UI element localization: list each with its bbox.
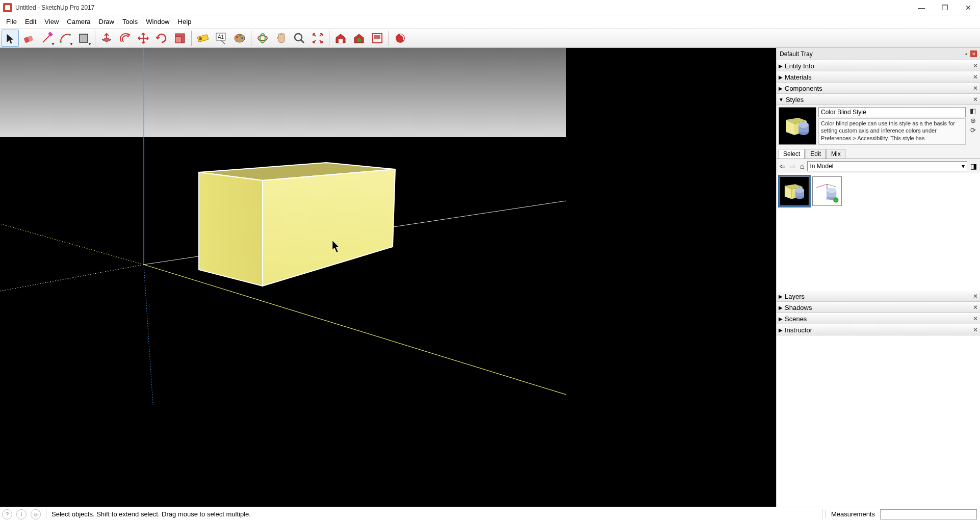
help-icon[interactable]: ? — [2, 509, 12, 519]
panel-close-icon[interactable]: ✕ — [973, 85, 978, 92]
pan-tool[interactable] — [272, 30, 290, 47]
style-tab-select[interactable]: Select — [779, 149, 805, 159]
arrow-right-icon: ▶ — [779, 63, 783, 69]
panel-shadows[interactable]: ▶Shadows✕ — [777, 302, 980, 313]
menu-view[interactable]: View — [40, 17, 63, 27]
tray-pin-icon[interactable]: ▪ — [963, 50, 969, 57]
svg-rect-9 — [175, 37, 182, 43]
style-tab-mix[interactable]: Mix — [827, 149, 845, 159]
menu-file[interactable]: File — [2, 17, 21, 27]
tray-close-icon[interactable]: ✕ — [970, 50, 977, 57]
close-button[interactable]: ✕ — [957, 0, 980, 15]
measurements-input[interactable] — [880, 509, 977, 519]
menu-help[interactable]: Help — [174, 17, 196, 27]
panel-scenes[interactable]: ▶Scenes✕ — [777, 313, 980, 324]
panel-close-icon[interactable]: ✕ — [973, 96, 978, 103]
svg-rect-28 — [374, 35, 380, 39]
svg-rect-30 — [0, 48, 566, 137]
rotate-tool[interactable] — [153, 30, 170, 47]
style-grid-item[interactable]: + — [812, 176, 842, 206]
arrow-down-icon: ▼ — [779, 97, 784, 102]
zoomextents-tool[interactable] — [309, 30, 326, 47]
statusbar: ? i ☺ Select objects. Shift to extend se… — [0, 507, 980, 521]
svg-point-26 — [357, 38, 361, 42]
panel-close-icon[interactable]: ✕ — [973, 326, 978, 333]
panel-close-icon[interactable]: ✕ — [973, 315, 978, 322]
eraser-tool[interactable] — [20, 30, 37, 47]
panel-instructor[interactable]: ▶Instructor✕ — [777, 324, 980, 335]
arrow-right-icon: ▶ — [779, 294, 783, 299]
panel-close-icon[interactable]: ✕ — [973, 304, 978, 311]
style-tab-edit[interactable]: Edit — [806, 149, 826, 159]
select-tool[interactable] — [2, 30, 19, 47]
svg-rect-6 — [80, 34, 88, 42]
arrow-right-icon: ▶ — [779, 86, 783, 91]
style-details-icon[interactable]: ◨ — [969, 162, 978, 170]
scale-tool[interactable] — [171, 30, 189, 47]
shape-tool[interactable]: ▼ — [75, 30, 92, 47]
panel-materials[interactable]: ▶Materials✕ — [777, 71, 980, 83]
style-description[interactable]: Color blind people can use this style as… — [818, 118, 966, 145]
move-tool[interactable] — [135, 30, 152, 47]
tray-title[interactable]: Default Tray ▪ ✕ — [777, 48, 980, 60]
app-icon — [3, 3, 12, 12]
svg-point-21 — [295, 34, 302, 41]
ext-manager-tool[interactable] — [392, 30, 409, 47]
style-nav-home-icon[interactable]: ⌂ — [799, 162, 805, 170]
style-grid-item[interactable] — [780, 176, 809, 206]
line-tool[interactable]: ▼ — [38, 30, 56, 47]
offset-tool[interactable] — [116, 30, 134, 47]
svg-text:+: + — [835, 198, 837, 202]
paint-tool[interactable] — [231, 30, 248, 47]
panel-close-icon[interactable]: ✕ — [973, 73, 978, 81]
style-name-input[interactable]: Color Blind Style — [818, 107, 966, 117]
menu-edit[interactable]: Edit — [21, 17, 40, 27]
style-update-icon[interactable]: ⟳ — [970, 126, 976, 134]
panel-close-icon[interactable]: ✕ — [973, 62, 978, 69]
viewport-3d[interactable] — [0, 48, 776, 507]
panel-entity-info[interactable]: ▶Entity Info✕ — [777, 60, 980, 71]
warehouse-tool[interactable] — [332, 30, 349, 47]
text-tool[interactable]: A1 — [213, 30, 230, 47]
orbit-tool[interactable] — [254, 30, 271, 47]
ext-warehouse-tool[interactable] — [350, 30, 368, 47]
layout-tool[interactable] — [369, 30, 386, 47]
panel-close-icon[interactable]: ✕ — [973, 293, 978, 300]
style-grid: + — [777, 173, 980, 291]
panel-components[interactable]: ▶Components✕ — [777, 83, 980, 94]
panel-styles[interactable]: ▼Styles✕ — [777, 94, 980, 105]
menu-tools[interactable]: Tools — [118, 17, 142, 27]
window-title: Untitled - SketchUp Pro 2017 — [15, 4, 94, 11]
menu-draw[interactable]: Draw — [95, 17, 118, 27]
svg-point-5 — [69, 34, 71, 36]
style-create-icon[interactable]: ⊕ — [970, 117, 976, 124]
svg-point-54 — [795, 188, 804, 193]
user-icon[interactable]: ☺ — [31, 509, 41, 519]
style-tabs: SelectEditMix — [777, 147, 980, 159]
arrow-right-icon: ▶ — [779, 305, 783, 310]
info-icon[interactable]: i — [16, 509, 27, 519]
svg-marker-7 — [102, 38, 111, 42]
style-collection-combo[interactable]: In Model ▾ — [807, 161, 967, 171]
menu-window[interactable]: Window — [142, 17, 173, 27]
panel-layers[interactable]: ▶Layers✕ — [777, 291, 980, 302]
titlebar: Untitled - SketchUp Pro 2017 — ❐ ✕ — [0, 0, 980, 15]
svg-line-14 — [221, 40, 225, 44]
arc-tool[interactable]: ▼ — [57, 30, 74, 47]
svg-point-4 — [60, 41, 62, 43]
svg-point-16 — [236, 36, 238, 38]
svg-rect-24 — [339, 39, 343, 43]
menu-camera[interactable]: Camera — [63, 17, 94, 27]
pushpull-tool[interactable] — [98, 30, 115, 47]
measure-tool[interactable] — [194, 30, 212, 47]
style-collection-label: In Model — [810, 163, 833, 170]
style-display-options-icon[interactable]: ◧ — [970, 107, 976, 115]
minimize-button[interactable]: — — [910, 0, 933, 15]
zoom-tool[interactable] — [291, 30, 308, 47]
style-nav-forward-icon[interactable]: ⇨ — [789, 162, 797, 170]
svg-line-22 — [301, 40, 304, 43]
maximize-button[interactable]: ❐ — [933, 0, 957, 15]
chevron-down-icon: ▾ — [962, 163, 965, 170]
style-nav-back-icon[interactable]: ⇦ — [779, 162, 787, 170]
style-thumbnail[interactable] — [779, 107, 816, 145]
